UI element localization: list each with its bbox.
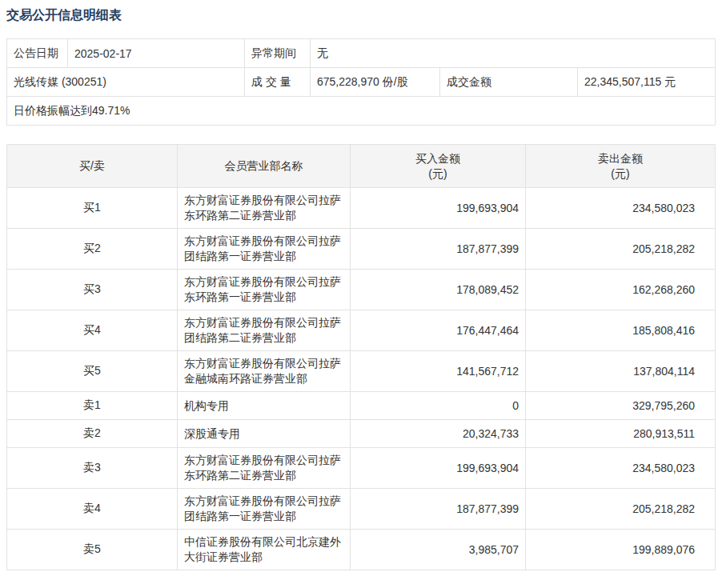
header-branch: 会员营业部名称 [178, 145, 351, 188]
sell-amount-cell: 185,808,416 [526, 310, 716, 351]
amplitude-note: 日价格振幅达到49.71% [7, 97, 716, 126]
table-row: 买4东方财富证券股份有限公司拉萨团结路第二证券营业部176,447,464185… [7, 310, 716, 351]
buy-amount-cell: 0 [351, 392, 526, 420]
side-cell: 买2 [7, 229, 178, 270]
header-sell-amount-line2: (元) [532, 166, 708, 182]
buy-amount-cell: 199,693,904 [351, 448, 526, 489]
header-sell-amount-line1: 卖出金额 [532, 151, 708, 166]
side-cell: 买1 [7, 188, 178, 229]
volume-value: 675,228,970 份/股 [311, 68, 440, 97]
branch-cell: 东方财富证券股份有限公司拉萨金融城南环路证券营业部 [178, 351, 351, 392]
table-row: 买5东方财富证券股份有限公司拉萨金融城南环路证券营业部141,567,71213… [7, 351, 716, 392]
buy-amount-cell: 141,567,712 [351, 351, 526, 392]
header-side: 买/卖 [7, 145, 178, 188]
table-row: 卖1机构专用0329,795,260 [7, 392, 716, 420]
branch-cell: 东方财富证券股份有限公司拉萨团结路第二证券营业部 [178, 310, 351, 351]
page: 交易公开信息明细表 公告日期 2025-02-17 异常期间 无 光线传媒 (3… [0, 0, 722, 588]
header-side-label: 买/卖 [79, 159, 105, 172]
side-cell: 卖1 [7, 392, 178, 420]
sell-amount-cell: 199,889,076 [526, 530, 716, 570]
sell-amount-cell: 234,580,023 [526, 448, 716, 489]
detail-table: 买/卖 会员营业部名称 买入金额 (元) 卖出金额 (元) 买1东方财富证券股份… [6, 144, 716, 570]
summary-row-date: 公告日期 2025-02-17 异常期间 无 [7, 39, 716, 68]
table-row: 卖3东方财富证券股份有限公司拉萨东环路第二证券营业部199,693,904234… [7, 448, 716, 489]
summary-table: 公告日期 2025-02-17 异常期间 无 光线传媒 (300251) 成 交… [6, 38, 716, 126]
header-sell-amount: 卖出金额 (元) [526, 145, 716, 188]
turnover-value: 22,345,507,115 元 [578, 68, 716, 97]
side-cell: 买4 [7, 310, 178, 351]
side-cell: 买5 [7, 351, 178, 392]
sell-amount-cell: 234,580,023 [526, 188, 716, 229]
sell-amount-cell: 205,218,282 [526, 489, 716, 530]
side-cell: 卖2 [7, 420, 178, 448]
detail-table-body: 买1东方财富证券股份有限公司拉萨东环路第二证券营业部199,693,904234… [7, 188, 716, 570]
abnormal-period-value: 无 [311, 39, 716, 68]
buy-amount-cell: 20,324,733 [351, 420, 526, 448]
summary-row-stock: 光线传媒 (300251) 成 交 量 675,228,970 份/股 成交金额… [7, 68, 716, 97]
branch-cell: 东方财富证券股份有限公司拉萨东环路第二证券营业部 [178, 448, 351, 489]
buy-amount-cell: 3,985,707 [351, 530, 526, 570]
announce-date-value: 2025-02-17 [68, 39, 245, 68]
sell-amount-cell: 137,804,114 [526, 351, 716, 392]
sell-amount-cell: 280,913,511 [526, 420, 716, 448]
announce-date-label: 公告日期 [7, 39, 68, 68]
table-row: 卖5中信证券股份有限公司北京建外大街证券营业部3,985,707199,889,… [7, 530, 716, 570]
turnover-label: 成交金额 [440, 68, 578, 97]
branch-cell: 机构专用 [178, 392, 351, 420]
sell-amount-cell: 162,268,260 [526, 270, 716, 310]
sell-amount-cell: 205,218,282 [526, 229, 716, 270]
branch-cell: 东方财富证券股份有限公司拉萨团结路第一证券营业部 [178, 489, 351, 530]
branch-cell: 东方财富证券股份有限公司拉萨团结路第一证券营业部 [178, 229, 351, 270]
branch-cell: 深股通专用 [178, 420, 351, 448]
branch-cell: 东方财富证券股份有限公司拉萨东环路第二证券营业部 [178, 188, 351, 229]
volume-label: 成 交 量 [245, 68, 311, 97]
header-buy-amount-line1: 买入金额 [357, 151, 519, 166]
page-title: 交易公开信息明细表 [6, 6, 716, 24]
buy-amount-cell: 176,447,464 [351, 310, 526, 351]
buy-amount-cell: 187,877,399 [351, 229, 526, 270]
detail-header-row: 买/卖 会员营业部名称 买入金额 (元) 卖出金额 (元) [7, 145, 716, 188]
summary-row-note: 日价格振幅达到49.71% [7, 97, 716, 126]
side-cell: 卖5 [7, 530, 178, 570]
buy-amount-cell: 187,877,399 [351, 489, 526, 530]
table-row: 买3东方财富证券股份有限公司拉萨东环路第一证券营业部178,089,452162… [7, 270, 716, 310]
buy-amount-cell: 178,089,452 [351, 270, 526, 310]
side-cell: 买3 [7, 270, 178, 310]
branch-cell: 中信证券股份有限公司北京建外大街证券营业部 [178, 530, 351, 570]
table-row: 买1东方财富证券股份有限公司拉萨东环路第二证券营业部199,693,904234… [7, 188, 716, 229]
header-branch-label: 会员营业部名称 [225, 159, 303, 172]
header-buy-amount: 买入金额 (元) [351, 145, 526, 188]
table-row: 买2东方财富证券股份有限公司拉萨团结路第一证券营业部187,877,399205… [7, 229, 716, 270]
table-row: 卖2深股通专用20,324,733280,913,511 [7, 420, 716, 448]
table-row: 卖4东方财富证券股份有限公司拉萨团结路第一证券营业部187,877,399205… [7, 489, 716, 530]
side-cell: 卖4 [7, 489, 178, 530]
side-cell: 卖3 [7, 448, 178, 489]
branch-cell: 东方财富证券股份有限公司拉萨东环路第一证券营业部 [178, 270, 351, 310]
header-buy-amount-line2: (元) [357, 166, 519, 182]
abnormal-period-label: 异常期间 [245, 39, 311, 68]
sell-amount-cell: 329,795,260 [526, 392, 716, 420]
buy-amount-cell: 199,693,904 [351, 188, 526, 229]
stock-name: 光线传媒 (300251) [7, 68, 245, 97]
